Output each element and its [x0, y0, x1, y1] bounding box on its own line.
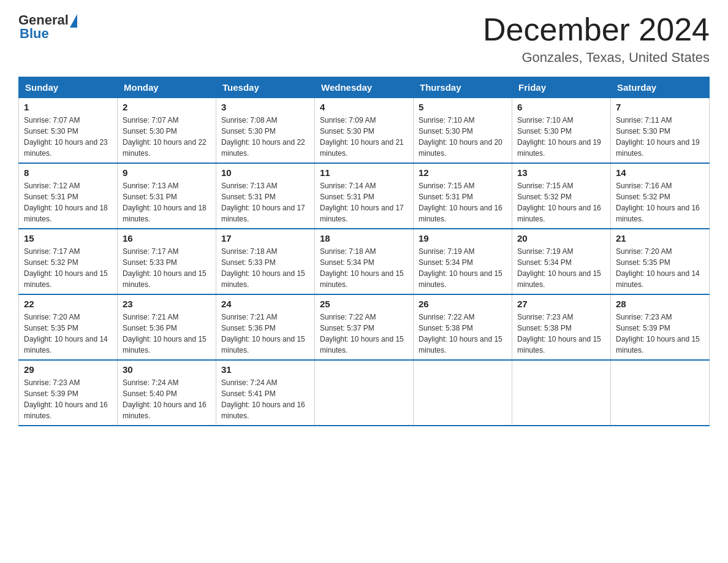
table-row: 20 Sunrise: 7:19 AM Sunset: 5:34 PM Dayl… [512, 229, 611, 294]
day-info: Sunrise: 7:09 AM Sunset: 5:30 PM Dayligh… [320, 115, 408, 159]
day-number: 22 [24, 299, 112, 309]
calendar-subtitle: Gonzales, Texas, United States [483, 50, 710, 66]
day-number: 3 [221, 102, 309, 112]
day-number: 2 [123, 102, 211, 112]
day-info: Sunrise: 7:24 AM Sunset: 5:41 PM Dayligh… [221, 377, 309, 421]
day-info: Sunrise: 7:19 AM Sunset: 5:34 PM Dayligh… [517, 246, 605, 290]
day-number: 4 [320, 102, 408, 112]
day-number: 5 [419, 102, 507, 112]
table-row [512, 360, 611, 426]
day-info: Sunrise: 7:18 AM Sunset: 5:34 PM Dayligh… [320, 246, 408, 290]
day-number: 25 [320, 299, 408, 309]
day-number: 16 [123, 233, 211, 243]
table-row: 29 Sunrise: 7:23 AM Sunset: 5:39 PM Dayl… [19, 360, 118, 426]
header-tuesday: Tuesday [216, 77, 315, 98]
day-number: 14 [616, 167, 704, 178]
day-number: 1 [24, 102, 112, 112]
day-info: Sunrise: 7:20 AM Sunset: 5:35 PM Dayligh… [616, 246, 704, 290]
day-info: Sunrise: 7:13 AM Sunset: 5:31 PM Dayligh… [123, 180, 211, 224]
table-row: 18 Sunrise: 7:18 AM Sunset: 5:34 PM Dayl… [315, 229, 414, 294]
day-info: Sunrise: 7:15 AM Sunset: 5:32 PM Dayligh… [517, 180, 605, 224]
table-row: 16 Sunrise: 7:17 AM Sunset: 5:33 PM Dayl… [118, 229, 216, 294]
table-row: 7 Sunrise: 7:11 AM Sunset: 5:30 PM Dayli… [611, 98, 710, 164]
day-number: 28 [616, 299, 704, 309]
table-row: 19 Sunrise: 7:19 AM Sunset: 5:34 PM Dayl… [414, 229, 512, 294]
day-number: 11 [320, 167, 408, 178]
day-info: Sunrise: 7:12 AM Sunset: 5:31 PM Dayligh… [24, 180, 112, 224]
day-number: 17 [221, 233, 309, 243]
day-info: Sunrise: 7:10 AM Sunset: 5:30 PM Dayligh… [419, 115, 507, 159]
day-info: Sunrise: 7:07 AM Sunset: 5:30 PM Dayligh… [24, 115, 112, 159]
table-row [315, 360, 414, 426]
day-info: Sunrise: 7:14 AM Sunset: 5:31 PM Dayligh… [320, 180, 408, 224]
day-number: 24 [221, 299, 309, 309]
day-number: 18 [320, 233, 408, 243]
day-info: Sunrise: 7:17 AM Sunset: 5:32 PM Dayligh… [24, 246, 112, 290]
table-row: 25 Sunrise: 7:22 AM Sunset: 5:37 PM Dayl… [315, 294, 414, 360]
day-info: Sunrise: 7:23 AM Sunset: 5:38 PM Dayligh… [517, 312, 605, 356]
day-number: 23 [123, 299, 211, 309]
day-number: 21 [616, 233, 704, 243]
day-info: Sunrise: 7:20 AM Sunset: 5:35 PM Dayligh… [24, 312, 112, 356]
day-info: Sunrise: 7:22 AM Sunset: 5:37 PM Dayligh… [320, 312, 408, 356]
table-row: 13 Sunrise: 7:15 AM Sunset: 5:32 PM Dayl… [512, 163, 611, 229]
day-number: 12 [419, 167, 507, 178]
day-info: Sunrise: 7:07 AM Sunset: 5:30 PM Dayligh… [123, 115, 211, 159]
day-info: Sunrise: 7:21 AM Sunset: 5:36 PM Dayligh… [221, 312, 309, 356]
day-info: Sunrise: 7:23 AM Sunset: 5:39 PM Dayligh… [24, 377, 112, 421]
day-number: 9 [123, 167, 211, 178]
logo-blue-text: Blue [20, 26, 49, 42]
calendar-table: Sunday Monday Tuesday Wednesday Thursday… [18, 77, 710, 426]
table-row: 14 Sunrise: 7:16 AM Sunset: 5:32 PM Dayl… [611, 163, 710, 229]
calendar-week-row: 29 Sunrise: 7:23 AM Sunset: 5:39 PM Dayl… [19, 360, 710, 426]
day-info: Sunrise: 7:23 AM Sunset: 5:39 PM Dayligh… [616, 312, 704, 356]
table-row: 1 Sunrise: 7:07 AM Sunset: 5:30 PM Dayli… [19, 98, 118, 164]
header-saturday: Saturday [611, 77, 710, 98]
day-number: 29 [24, 364, 112, 375]
day-info: Sunrise: 7:08 AM Sunset: 5:30 PM Dayligh… [221, 115, 309, 159]
table-row: 30 Sunrise: 7:24 AM Sunset: 5:40 PM Dayl… [118, 360, 216, 426]
table-row: 6 Sunrise: 7:10 AM Sunset: 5:30 PM Dayli… [512, 98, 611, 164]
day-info: Sunrise: 7:17 AM Sunset: 5:33 PM Dayligh… [123, 246, 211, 290]
table-row: 10 Sunrise: 7:13 AM Sunset: 5:31 PM Dayl… [216, 163, 315, 229]
calendar-header-row: Sunday Monday Tuesday Wednesday Thursday… [19, 77, 710, 98]
day-number: 26 [419, 299, 507, 309]
table-row: 21 Sunrise: 7:20 AM Sunset: 5:35 PM Dayl… [611, 229, 710, 294]
day-info: Sunrise: 7:16 AM Sunset: 5:32 PM Dayligh… [616, 180, 704, 224]
day-info: Sunrise: 7:19 AM Sunset: 5:34 PM Dayligh… [419, 246, 507, 290]
table-row: 31 Sunrise: 7:24 AM Sunset: 5:41 PM Dayl… [216, 360, 315, 426]
day-info: Sunrise: 7:11 AM Sunset: 5:30 PM Dayligh… [616, 115, 704, 159]
table-row: 2 Sunrise: 7:07 AM Sunset: 5:30 PM Dayli… [118, 98, 216, 164]
table-row: 22 Sunrise: 7:20 AM Sunset: 5:35 PM Dayl… [19, 294, 118, 360]
header-sunday: Sunday [19, 77, 118, 98]
table-row: 11 Sunrise: 7:14 AM Sunset: 5:31 PM Dayl… [315, 163, 414, 229]
table-row [611, 360, 710, 426]
table-row: 24 Sunrise: 7:21 AM Sunset: 5:36 PM Dayl… [216, 294, 315, 360]
day-number: 6 [517, 102, 605, 112]
table-row: 3 Sunrise: 7:08 AM Sunset: 5:30 PM Dayli… [216, 98, 315, 164]
table-row: 15 Sunrise: 7:17 AM Sunset: 5:32 PM Dayl… [19, 229, 118, 294]
table-row: 9 Sunrise: 7:13 AM Sunset: 5:31 PM Dayli… [118, 163, 216, 229]
day-info: Sunrise: 7:24 AM Sunset: 5:40 PM Dayligh… [123, 377, 211, 421]
header-monday: Monday [118, 77, 216, 98]
table-row: 23 Sunrise: 7:21 AM Sunset: 5:36 PM Dayl… [118, 294, 216, 360]
table-row: 8 Sunrise: 7:12 AM Sunset: 5:31 PM Dayli… [19, 163, 118, 229]
day-number: 19 [419, 233, 507, 243]
day-info: Sunrise: 7:15 AM Sunset: 5:31 PM Dayligh… [419, 180, 507, 224]
header-thursday: Thursday [414, 77, 512, 98]
table-row: 27 Sunrise: 7:23 AM Sunset: 5:38 PM Dayl… [512, 294, 611, 360]
day-number: 7 [616, 102, 704, 112]
table-row: 28 Sunrise: 7:23 AM Sunset: 5:39 PM Dayl… [611, 294, 710, 360]
day-number: 15 [24, 233, 112, 243]
day-number: 8 [24, 167, 112, 178]
calendar-week-row: 1 Sunrise: 7:07 AM Sunset: 5:30 PM Dayli… [19, 98, 710, 164]
logo: General Blue [18, 12, 77, 42]
day-number: 20 [517, 233, 605, 243]
day-number: 10 [221, 167, 309, 178]
day-number: 13 [517, 167, 605, 178]
calendar-week-row: 22 Sunrise: 7:20 AM Sunset: 5:35 PM Dayl… [19, 294, 710, 360]
header-friday: Friday [512, 77, 611, 98]
day-info: Sunrise: 7:10 AM Sunset: 5:30 PM Dayligh… [517, 115, 605, 159]
calendar-title: December 2024 [483, 12, 710, 47]
header-wednesday: Wednesday [315, 77, 414, 98]
